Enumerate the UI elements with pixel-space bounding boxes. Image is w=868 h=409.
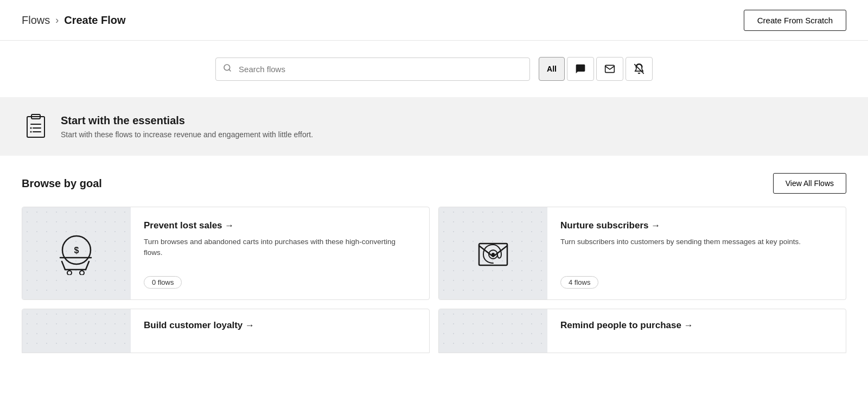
bottom-cards-row: Build customer loyalty → Remind people t… <box>22 309 846 353</box>
essentials-title: Start with the essentials <box>61 114 313 127</box>
cards-grid: $ Prevent lost sales → Turn browses and … <box>22 207 846 300</box>
card-image-prevent-lost-sales: $ <box>22 207 131 299</box>
svg-point-20 <box>492 253 495 256</box>
flow-card-remind-people: Remind people to purchase → <box>438 309 846 353</box>
flows-badge-prevent-lost-sales: 0 flows <box>144 276 182 289</box>
filter-all-button[interactable]: All <box>539 57 565 81</box>
search-section: All <box>0 41 868 97</box>
search-input[interactable] <box>215 57 530 81</box>
flow-card-build-customer-loyalty: Build customer loyalty → <box>22 309 430 353</box>
breadcrumb-current-page: Create Flow <box>64 14 125 27</box>
svg-line-14 <box>86 261 89 270</box>
header: Flows › Create Flow Create From Scratch <box>0 0 868 41</box>
card-desc-prevent-lost-sales: Turn browses and abandoned carts into pu… <box>144 237 416 259</box>
filter-email-button[interactable] <box>596 57 623 81</box>
svg-text:$: $ <box>74 246 79 255</box>
filter-buttons: All <box>539 57 653 81</box>
svg-rect-3 <box>27 117 44 137</box>
flow-card-prevent-lost-sales: $ Prevent lost sales → Turn browses and … <box>22 207 430 300</box>
card-content-nurture-subscribers: Nurture subscribers → Turn subscribers i… <box>547 207 846 299</box>
search-wrapper <box>215 57 530 81</box>
card-image-nurture-subscribers <box>439 207 547 299</box>
essentials-banner: Start with the essentials Start with the… <box>0 97 868 156</box>
card-image-remind-people <box>439 309 547 353</box>
svg-point-17 <box>80 271 84 275</box>
svg-line-12 <box>62 261 65 270</box>
essentials-text: Start with the essentials Start with the… <box>61 114 313 139</box>
view-all-flows-button[interactable]: View All Flows <box>773 173 846 194</box>
svg-point-6 <box>30 127 32 129</box>
browse-title: Browse by goal <box>22 177 102 190</box>
breadcrumb-separator: › <box>55 15 59 26</box>
card-image-build-loyalty <box>22 309 131 353</box>
svg-line-1 <box>229 69 231 71</box>
svg-point-8 <box>30 131 32 133</box>
card-title-prevent-lost-sales[interactable]: Prevent lost sales → <box>144 220 416 231</box>
browse-header: Browse by goal View All Flows <box>22 173 846 194</box>
create-from-scratch-button[interactable]: Create From Scratch <box>744 10 846 31</box>
flow-card-nurture-subscribers: Nurture subscribers → Turn subscribers i… <box>438 207 846 300</box>
search-icon <box>223 63 232 74</box>
card-content-remind-people: Remind people to purchase → <box>547 309 846 353</box>
breadcrumb: Flows › Create Flow <box>22 14 126 27</box>
card-title-nurture-subscribers[interactable]: Nurture subscribers → <box>560 220 833 231</box>
browse-section: Browse by goal View All Flows $ <box>0 156 868 370</box>
filter-push-button[interactable] <box>626 57 653 81</box>
flows-badge-nurture-subscribers: 4 flows <box>560 276 598 289</box>
card-content-prevent-lost-sales: Prevent lost sales → Turn browses and ab… <box>131 207 429 299</box>
clipboard-icon <box>22 112 50 140</box>
breadcrumb-flows-link[interactable]: Flows <box>22 14 50 27</box>
filter-sms-button[interactable] <box>567 57 594 81</box>
card-content-build-loyalty: Build customer loyalty → <box>131 309 429 353</box>
essentials-description: Start with these flows to increase reven… <box>61 130 313 139</box>
svg-point-16 <box>67 271 72 275</box>
card-title-remind-people[interactable]: Remind people to purchase → <box>560 320 833 331</box>
card-desc-nurture-subscribers: Turn subscribers into customers by sendi… <box>560 237 833 247</box>
card-title-build-loyalty[interactable]: Build customer loyalty → <box>144 320 416 331</box>
